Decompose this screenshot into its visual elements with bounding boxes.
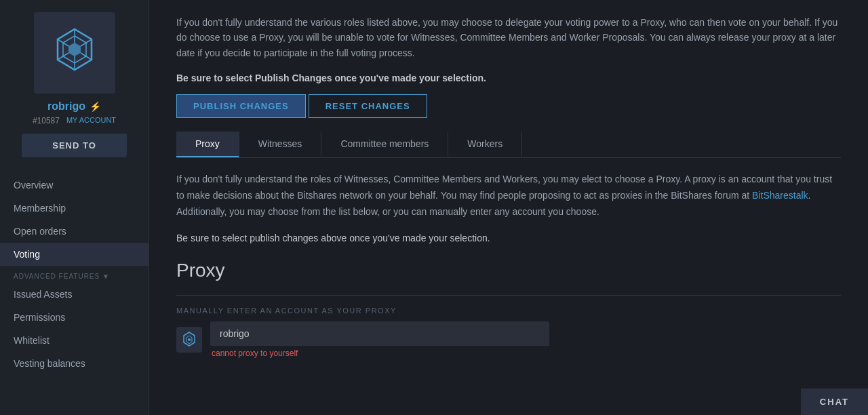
sidebar-item-vesting-balances[interactable]: Vesting balances — [0, 352, 149, 375]
send-to-button[interactable]: SEND TO — [22, 134, 127, 157]
sidebar-item-issued-assets[interactable]: Issued Assets — [0, 283, 149, 306]
proxy-avatar — [176, 327, 202, 353]
bolt-icon: ⚡ — [90, 101, 101, 112]
nav-menu: Overview Membership Open orders Voting A… — [0, 174, 149, 415]
proxy-input-row: cannot proxy to yourself — [176, 321, 841, 358]
sidebar-item-open-orders[interactable]: Open orders — [0, 220, 149, 243]
reset-changes-button[interactable]: RESET CHANGES — [309, 94, 427, 118]
avatar-area: robrigo ⚡ #10587 MY ACCOUNT SEND TO — [0, 0, 149, 164]
proxy-account-input[interactable] — [210, 321, 549, 346]
tab-witnesses[interactable]: Witnesses — [239, 132, 322, 157]
sidebar-item-overview[interactable]: Overview — [0, 174, 149, 197]
svg-marker-11 — [188, 338, 191, 341]
proxy-section-title: Proxy — [176, 260, 841, 281]
sidebar-item-whitelist[interactable]: Whitelist — [0, 329, 149, 352]
account-id: #10587 — [33, 116, 60, 125]
username: robrigo — [47, 100, 85, 113]
be-sure-publish-note: Be sure to select publish changes above … — [176, 233, 841, 243]
intro-paragraph: If you don't fully understand the variou… — [176, 15, 841, 60]
tab-workers[interactable]: Workers — [448, 132, 522, 157]
bitshares-talk-link[interactable]: BitSharestalk — [752, 190, 808, 201]
svg-marker-2 — [68, 43, 81, 56]
publish-changes-button[interactable]: PUBLISH CHANGES — [176, 94, 306, 118]
sidebar-item-membership[interactable]: Membership — [0, 197, 149, 220]
proxy-entry-area: MANUALLY ENTER AN ACCOUNT AS YOUR PROXY … — [176, 295, 841, 358]
voting-tabs: Proxy Witnesses Committee members Worker… — [176, 132, 841, 158]
publish-note: Be sure to select Publish Changes once y… — [176, 73, 841, 83]
chat-button[interactable]: CHAT — [801, 389, 868, 415]
advanced-features-label: ADVANCED FEATURES ▼ — [0, 266, 149, 283]
proxy-entry-label: MANUALLY ENTER AN ACCOUNT AS YOUR PROXY — [176, 307, 841, 315]
proxy-input-wrapper: cannot proxy to yourself — [210, 321, 549, 358]
proxy-description: If you don't fully understand the roles … — [176, 172, 841, 220]
action-buttons: PUBLISH CHANGES RESET CHANGES — [176, 94, 841, 118]
proxy-error-message: cannot proxy to yourself — [210, 349, 549, 358]
avatar — [34, 12, 115, 94]
tab-proxy[interactable]: Proxy — [176, 132, 239, 157]
sidebar: robrigo ⚡ #10587 MY ACCOUNT SEND TO Over… — [0, 0, 149, 415]
main-content: If you don't fully understand the variou… — [149, 0, 868, 415]
sidebar-item-permissions[interactable]: Permissions — [0, 306, 149, 329]
tab-committee-members[interactable]: Committee members — [321, 132, 448, 157]
my-account-link[interactable]: MY ACCOUNT — [66, 116, 116, 124]
username-row: robrigo ⚡ — [47, 100, 101, 113]
sidebar-item-voting[interactable]: Voting — [0, 243, 149, 266]
proxy-desc-text-1: If you don't fully understand the roles … — [176, 174, 832, 201]
